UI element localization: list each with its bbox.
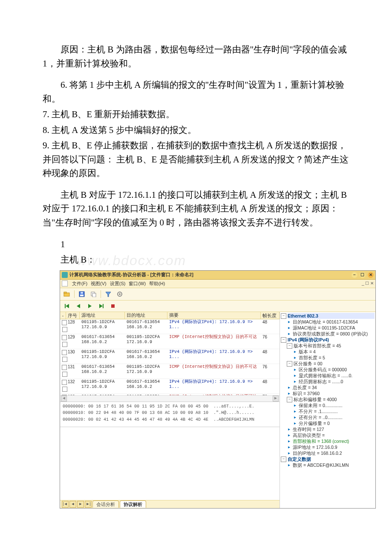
tab-session[interactable]: 会话分析 [92,500,119,508]
hex-view[interactable]: 00000000: 00 16 17 61 36 54 00 11 95 1D … [60,402,280,427]
svg-rect-6 [92,293,96,297]
leaf-icon: ▸ [287,331,291,337]
window-controls: – ☐ ✕ [351,271,374,278]
tree-data[interactable]: 数据 = ABCDEF@KIJKLMN [293,462,375,468]
tree-ttl[interactable]: 生存时间 = 127 [293,426,375,432]
filter-button[interactable] [103,289,113,299]
tree-eth-type[interactable]: 协议类型或数据长度 = 0800 (IP协议) [293,331,375,337]
svg-rect-16 [111,304,115,308]
col-src[interactable]: 源地址 [80,312,125,319]
tree-flags[interactable]: 标志和偏移量 = 4000 [294,396,375,402]
settings-button[interactable] [115,289,125,299]
scroll-right-icon[interactable]: ► [273,396,279,402]
tree-totlen[interactable]: 总长度 = 34 [293,384,375,390]
tree-proto[interactable]: 高层协议类型 = [293,432,375,438]
open-button[interactable] [62,289,72,299]
col-dst[interactable]: 目的地址 [125,312,167,319]
row-summary: IPv4 (网际协议IPv4): 172.16.0.9 => 1... [167,379,261,390]
table-row[interactable]: 128001195-1D2CFA 172.16.0.9001617-613654… [60,319,280,334]
tree-ver-hl[interactable]: 版本号和首部长度 = 45 [294,343,375,349]
col-summary[interactable]: 摘要 [167,312,261,319]
tree-dstip[interactable]: 目的IP地址 = 168.16.0.2 [293,450,375,456]
tabs-first-icon[interactable]: |◄ [62,501,69,508]
row-src: 001195-1D2CFA 172.16.0.9 [80,349,125,360]
titlebar[interactable]: 计算机网络实验教学系统-协议分析器 - [文件窗口：未命名2] – ☐ ✕ [60,271,375,280]
menu-file[interactable]: 文件(F) [72,280,87,287]
svg-rect-15 [103,304,104,308]
tree-tos[interactable]: 区分服务 = 00 [294,361,375,367]
menu-help[interactable]: 帮助(H) [149,280,165,287]
row-len: 48 [261,319,280,325]
row-checkbox[interactable] [60,364,66,379]
row-checkbox[interactable] [60,349,66,364]
leaf-icon: ▸ [293,367,297,373]
row-src: 001617-613654 168.16.0.2 [80,364,125,375]
stop-button[interactable] [108,301,118,311]
col-len[interactable]: 帧长度 [261,312,280,319]
tree-flag-off[interactable]: 分片偏移量 = 0 [299,420,375,426]
menu-view[interactable]: 视图(V) [91,280,107,287]
tree-eth-src[interactable]: 源MAC地址 = 001195-1D2CFA [293,325,375,331]
minimize-button[interactable]: – [352,272,357,278]
tree-flag-mf[interactable]: 还有分片 = ..0............ [299,414,375,420]
close-button[interactable]: ✕ [368,272,374,278]
tree-tos3[interactable]: 经历拥塞标志 = .......0 [299,379,375,384]
row-dst: 001617-613654 168.16.0.2 [125,349,167,360]
row-checkbox[interactable] [60,319,66,334]
maximize-button[interactable]: ☐ [360,272,366,278]
menubar: 文件(F) 视图(V) 设置(S) 窗口(W) 帮助(H) _ ☐ ✕ [60,280,375,288]
row-src: 001617-613654 168.16.0.2 [80,334,125,345]
table-row[interactable]: 129001617-613654 168.16.0.2001195-1D2CFA… [60,334,280,349]
scroll-left-icon[interactable]: ◄ [61,396,67,402]
tree-ethernet[interactable]: Ethernet 802.3 [288,313,375,319]
tree-hdrlen[interactable]: 首部长度 = 5 [299,355,375,361]
row-checkbox[interactable] [60,334,66,349]
tree-toggle-icon[interactable] [287,361,292,367]
go-first-button[interactable] [62,301,72,311]
tree-toggle-icon[interactable] [281,457,286,462]
paragraph: 7. 主机 B、E 重新开始捕获数据。 [43,107,349,121]
mdi-window-controls[interactable]: _ ☐ ✕ [362,280,374,287]
host-b-label: 主机 B： [43,253,349,267]
tabs-prev-icon[interactable]: ◄ [69,501,76,508]
tree-toggle-icon[interactable] [287,397,292,402]
tree-user[interactable]: 自定义数据 [288,456,375,462]
tree-toggle-icon[interactable] [287,343,292,349]
tree-version[interactable]: 版本 = 4 [299,349,375,355]
col-seq[interactable]: 序号 [66,312,80,319]
table-row[interactable]: 130001195-1D2CFA 172.16.0.9001617-613654… [60,349,280,364]
table-row[interactable]: 132001195-1D2CFA 172.16.0.9001617-613654… [60,379,280,394]
tree-tos1[interactable]: 区分服务码点 = 000000 [299,367,375,373]
h-scrollbar[interactable]: ◄ ► [60,395,280,402]
row-checkbox[interactable] [60,379,66,393]
tree-toggle-icon[interactable] [281,337,286,343]
table-row[interactable]: 131001617-613654 168.16.0.2001195-1D2CFA… [60,364,280,379]
svg-marker-12 [77,304,80,308]
go-prev-button[interactable] [73,301,84,311]
paragraph: 1 [43,237,349,251]
row-summary: IPv4 (网际协议IPv4): 172.16.0.9 => 1... [167,319,261,330]
leaf-icon: ▸ [287,390,291,396]
tree-flag-res[interactable]: 保留未用 = 0.............. [299,402,375,408]
go-last-button[interactable] [96,301,107,311]
col-check[interactable]: - [60,312,66,319]
decode-tree[interactable]: Ethernet 802.3 ▸目的MAC地址 = 001617-613654 … [280,312,375,508]
menu-set[interactable]: 设置(S) [110,280,126,287]
leaf-icon: ▸ [287,450,291,456]
tree-id[interactable]: 标识 = 37960 [293,390,375,396]
tree-toggle-icon[interactable] [281,313,286,319]
tree-tos2[interactable]: 显式拥塞传输标志 = ......0. [299,373,375,379]
tab-protocol[interactable]: 协议解析 [120,500,146,508]
go-next-button[interactable] [85,301,95,311]
tree-ipv4[interactable]: IPv4 (网际协议IPv4) [288,337,375,343]
menu-window[interactable]: 窗口(W) [129,280,146,287]
tabs-next-icon[interactable]: ► [77,501,84,508]
leaf-icon: ▸ [293,402,297,408]
tree-eth-dst[interactable]: 目的MAC地址 = 001617-613654 [293,319,375,325]
copy-button[interactable] [88,289,98,299]
tree-srcip[interactable]: 源IP地址 = 172.16.0.9 [293,444,375,450]
tabs-last-icon[interactable]: ►| [85,501,92,508]
tree-chksum[interactable]: 首部校验和 = 1368 (correct) [293,438,375,444]
tree-flag-df[interactable]: 不分片 = .1............. [299,408,375,414]
save-button[interactable] [77,289,87,299]
